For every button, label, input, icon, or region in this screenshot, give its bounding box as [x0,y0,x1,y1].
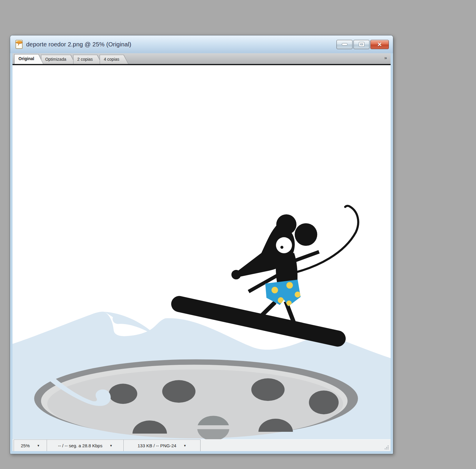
drain-hole [309,390,339,414]
titlebar[interactable]: deporte roedor 2.png @ 25% (Original) ✕ [10,35,393,53]
tab-optimizada[interactable]: Optimizada [41,55,76,64]
desktop: { "window": { "title": "deporte roedor 2… [0,0,476,469]
close-icon: ✕ [377,42,382,47]
tab-strip: Original Optimizada 2 copias 4 copias » [12,53,391,64]
tab-original[interactable]: Original [14,54,43,64]
mouse-pupil [281,246,284,249]
mouse-nose [231,270,241,279]
mouse-eye [276,237,292,253]
resize-grip[interactable] [384,445,389,450]
zoom-dropdown[interactable]: 25% ▼ [14,440,47,451]
window-content: Original Optimizada 2 copias 4 copias » [12,53,391,451]
restore-icon [359,42,364,46]
illustration [12,65,391,439]
drain-hole [251,378,285,401]
restore-button[interactable] [353,40,369,49]
dropdown-arrow-icon: ▼ [109,444,112,447]
window-controls: ✕ [336,40,389,49]
chevron-double-right-icon: » [384,55,387,61]
minimize-button[interactable] [336,40,353,49]
download-estimate-dropdown[interactable]: -- / -- seg. a 28.8 Kbps ▼ [47,440,124,451]
fireworks-doc-icon [15,40,23,49]
mouse-ear [295,223,317,246]
close-button[interactable]: ✕ [370,40,389,49]
tab-4-copias[interactable]: 4 copias [100,55,129,64]
drain-hole [162,380,195,403]
tab-2-copias[interactable]: 2 copias [73,55,102,64]
download-estimate: -- / -- seg. a 28.8 Kbps [58,443,102,448]
file-format-dropdown[interactable]: 133 KB / -- PNG-24 ▼ [124,440,201,451]
app-window: deporte roedor 2.png @ 25% (Original) ✕ … [10,35,393,454]
zoom-level: 25% [21,443,30,448]
drain-hole-left [109,384,137,404]
dropdown-arrow-icon: ▼ [37,444,40,447]
dropdown-arrow-icon: ▼ [184,444,187,447]
tab-overflow-button[interactable]: » [384,55,387,61]
statusbar: 25% ▼ -- / -- seg. a 28.8 Kbps ▼ 133 KB … [12,439,391,451]
window-title: deporte roedor 2.png @ 25% (Original) [26,41,336,48]
image-canvas[interactable] [12,65,391,439]
minimize-icon [342,43,347,46]
file-info: 133 KB / -- PNG-24 [138,443,176,448]
